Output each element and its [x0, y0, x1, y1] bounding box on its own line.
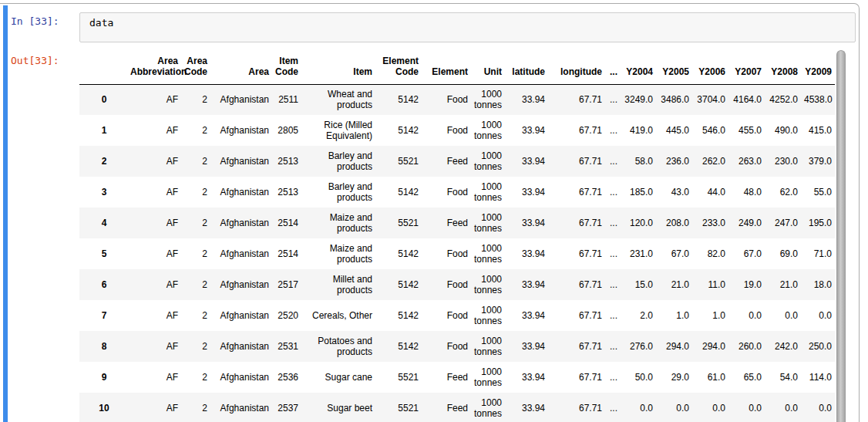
table-cell: 33.94	[505, 146, 548, 177]
table-cell: 2	[181, 300, 210, 331]
table-cell: Afghanistan	[210, 269, 272, 300]
table-cell: 294.0	[692, 331, 728, 362]
table-cell: 208.0	[656, 208, 692, 238]
notebook-cell[interactable]: In [33]: data Out[33]: Area Abbreviation…	[0, 3, 860, 422]
table-cell: 2536	[272, 362, 301, 393]
scrollbar-thumb[interactable]	[836, 50, 846, 422]
column-header: Y2004	[621, 50, 656, 84]
table-cell: 15.0	[621, 269, 656, 300]
row-index: 10	[79, 393, 129, 422]
table-cell: 33.94	[505, 208, 548, 238]
table-cell: Feed	[422, 362, 471, 393]
table-cell: 67.0	[728, 238, 765, 269]
table-cell: Afghanistan	[210, 84, 272, 115]
table-cell: 2513	[272, 177, 301, 208]
table-cell: 19.0	[728, 269, 765, 300]
vertical-scrollbar[interactable]	[836, 50, 846, 422]
column-header: Item	[301, 50, 375, 84]
table-cell: ...	[605, 146, 621, 177]
table-cell: 5142	[375, 300, 422, 331]
table-cell: ...	[605, 238, 621, 269]
table-cell: Cereals, Other	[301, 300, 375, 331]
table-cell: Afghanistan	[210, 115, 272, 146]
table-cell: 3249.0	[621, 84, 656, 115]
table-cell: Barley and products	[301, 146, 375, 177]
notebook-page: In [33]: data Out[33]: Area Abbreviation…	[0, 0, 868, 422]
table-cell: 67.71	[548, 208, 605, 238]
table-cell: 276.0	[621, 331, 656, 362]
table-cell: AF	[129, 393, 181, 422]
table-cell: 1000 tonnes	[471, 362, 505, 393]
table-cell: 11.0	[692, 269, 728, 300]
table-cell: 44.0	[692, 177, 728, 208]
table-row: 8AF2Afghanistan2531Potatoes and products…	[79, 331, 835, 362]
table-cell: 71.0	[801, 238, 835, 269]
table-cell: 5142	[375, 115, 422, 146]
row-index: 9	[79, 362, 129, 393]
code-editor[interactable]: data	[79, 12, 856, 42]
input-prompt: In [33]:	[11, 15, 59, 27]
table-cell: 2	[181, 238, 210, 269]
table-row: 3AF2Afghanistan2513Barley and products51…	[79, 177, 835, 208]
table-cell: 249.0	[728, 208, 765, 238]
table-cell: ...	[605, 177, 621, 208]
table-cell: AF	[129, 362, 181, 393]
table-cell: Feed	[422, 146, 471, 177]
row-index: 5	[79, 238, 129, 269]
column-header: latitude	[505, 50, 548, 84]
header-row: Area AbbreviationArea CodeAreaItem CodeI…	[79, 50, 835, 84]
column-header: Element	[422, 50, 471, 84]
row-index: 6	[79, 269, 129, 300]
table-cell: 0.0	[728, 300, 765, 331]
table-cell: 1000 tonnes	[471, 84, 505, 115]
table-cell: ...	[605, 393, 621, 422]
table-cell: 379.0	[801, 146, 835, 177]
table-cell: 33.94	[505, 84, 548, 115]
table-cell: 236.0	[656, 146, 692, 177]
table-cell: 2	[181, 269, 210, 300]
table-cell: ...	[605, 331, 621, 362]
table-cell: Feed	[422, 208, 471, 238]
row-index: 4	[79, 208, 129, 238]
table-cell: ...	[605, 269, 621, 300]
table-cell: 231.0	[621, 238, 656, 269]
table-cell: 1000 tonnes	[471, 208, 505, 238]
table-cell: 263.0	[728, 146, 765, 177]
table-cell: AF	[129, 238, 181, 269]
table-cell: 1000 tonnes	[471, 300, 505, 331]
table-cell: 33.94	[505, 269, 548, 300]
table-cell: Afghanistan	[210, 393, 272, 422]
table-row: 9AF2Afghanistan2536Sugar cane5521Feed100…	[79, 362, 835, 393]
table-cell: Afghanistan	[210, 362, 272, 393]
output-area: Area AbbreviationArea CodeAreaItem CodeI…	[79, 50, 835, 422]
table-cell: 114.0	[801, 362, 835, 393]
dataframe-table: Area AbbreviationArea CodeAreaItem CodeI…	[79, 50, 835, 422]
selected-cell-indicator	[3, 5, 8, 422]
table-cell: Sugar cane	[301, 362, 375, 393]
table-cell: Food	[422, 177, 471, 208]
table-cell: Afghanistan	[210, 331, 272, 362]
table-cell: Wheat and products	[301, 84, 375, 115]
table-cell: 67.71	[548, 393, 605, 422]
table-row: 4AF2Afghanistan2514Maize and products552…	[79, 208, 835, 238]
table-cell: 21.0	[765, 269, 801, 300]
table-cell: 0.0	[621, 393, 656, 422]
table-cell: 5142	[375, 84, 422, 115]
table-cell: 62.0	[765, 177, 801, 208]
column-header: Area Code	[181, 50, 210, 84]
table-cell: 195.0	[801, 208, 835, 238]
table-cell: Afghanistan	[210, 146, 272, 177]
table-cell: 33.94	[505, 300, 548, 331]
table-cell: 294.0	[656, 331, 692, 362]
table-cell: 33.94	[505, 393, 548, 422]
output-prompt: Out[33]:	[11, 55, 59, 66]
table-cell: 455.0	[728, 115, 765, 146]
table-cell: Millet and products	[301, 269, 375, 300]
table-cell: 2531	[272, 331, 301, 362]
table-cell: AF	[129, 208, 181, 238]
table-cell: 2	[181, 208, 210, 238]
table-cell: 67.71	[548, 238, 605, 269]
table-cell: 0.0	[801, 393, 835, 422]
table-cell: 4164.0	[728, 84, 765, 115]
table-cell: 5521	[375, 393, 422, 422]
